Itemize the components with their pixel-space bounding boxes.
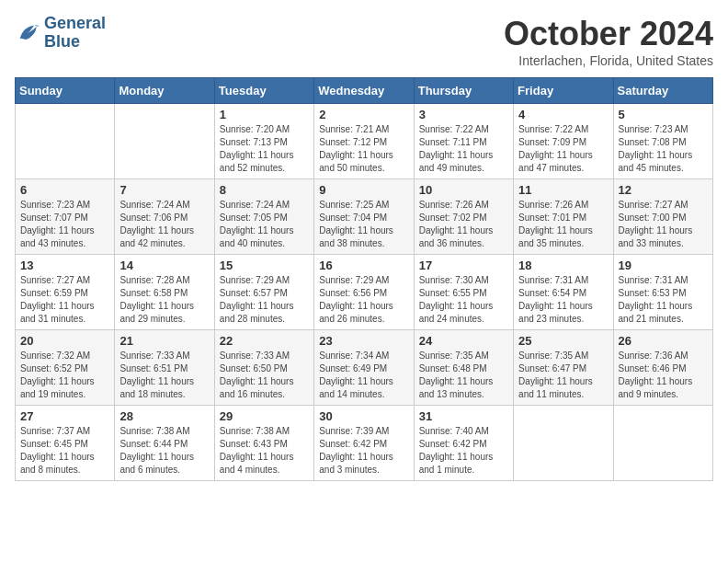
cell-info-line: Sunset: 6:48 PM [419, 362, 508, 375]
cell-info-line: Sunrise: 7:26 AM [518, 199, 608, 212]
cell-info-line: Sunset: 7:05 PM [220, 212, 309, 224]
calendar-cell: 14Sunrise: 7:28 AMSunset: 6:58 PMDayligh… [115, 255, 214, 330]
cell-info-line: Sunrise: 7:30 AM [419, 274, 508, 287]
cell-info-line: Sunrise: 7:34 AM [319, 350, 408, 362]
day-num-label: 15 [220, 259, 309, 272]
cell-info-line: Daylight: 11 hours and 6 minutes. [119, 451, 209, 477]
day-num-label: 25 [518, 334, 608, 348]
header-row: SundayMondayTuesdayWednesdayThursdayFrid… [16, 78, 713, 104]
cell-info-line: Daylight: 11 hours and 18 minutes. [119, 375, 209, 401]
logo-text: General Blue [44, 15, 106, 52]
cell-info-line: Sunset: 7:13 PM [220, 136, 309, 149]
day-num-label: 16 [319, 259, 408, 272]
day-num-label: 24 [419, 334, 508, 348]
cell-info-line: Sunset: 6:45 PM [20, 438, 109, 451]
header-cell-wednesday: Wednesday [314, 78, 414, 104]
day-num-label: 23 [319, 334, 408, 348]
cell-info-line: Sunset: 7:04 PM [319, 212, 408, 224]
calendar-cell: 26Sunrise: 7:36 AMSunset: 6:46 PMDayligh… [613, 330, 712, 406]
cell-info-line: Sunrise: 7:36 AM [619, 350, 708, 362]
calendar-cell: 11Sunrise: 7:26 AMSunset: 7:01 PMDayligh… [514, 179, 613, 255]
cell-info-line: Sunset: 7:01 PM [518, 212, 608, 224]
cell-info-line: Sunset: 6:56 PM [319, 287, 408, 300]
day-num-label: 19 [619, 259, 708, 272]
cell-info-line: Daylight: 11 hours and 49 minutes. [419, 149, 508, 175]
calendar-cell: 23Sunrise: 7:34 AMSunset: 6:49 PMDayligh… [314, 330, 414, 406]
cell-info-line: Sunset: 6:43 PM [220, 438, 309, 451]
calendar-cell: 7Sunrise: 7:24 AMSunset: 7:06 PMDaylight… [115, 179, 214, 255]
cell-info-line: Daylight: 11 hours and 33 minutes. [619, 224, 708, 250]
calendar-cell: 22Sunrise: 7:33 AMSunset: 6:50 PMDayligh… [214, 330, 313, 406]
cell-info-line: Sunset: 7:00 PM [619, 212, 708, 224]
cell-info-line: Sunrise: 7:31 AM [619, 274, 708, 287]
cell-info-line: Daylight: 11 hours and 43 minutes. [20, 224, 109, 250]
day-num-label: 21 [119, 334, 209, 348]
cell-info-line: Daylight: 11 hours and 36 minutes. [419, 224, 508, 250]
cell-info-line: Sunset: 6:55 PM [419, 287, 508, 300]
calendar-cell: 20Sunrise: 7:32 AMSunset: 6:52 PMDayligh… [16, 330, 115, 406]
calendar-cell: 12Sunrise: 7:27 AMSunset: 7:00 PMDayligh… [613, 179, 712, 255]
day-num-label: 14 [119, 259, 209, 272]
cell-info-line: Sunrise: 7:40 AM [419, 425, 508, 438]
calendar-cell [613, 406, 712, 481]
calendar-cell [16, 104, 115, 179]
calendar-cell: 4Sunrise: 7:22 AMSunset: 7:09 PMDaylight… [514, 104, 613, 179]
cell-info-line: Daylight: 11 hours and 28 minutes. [220, 300, 309, 326]
cell-info-line: Daylight: 11 hours and 14 minutes. [319, 375, 408, 401]
day-num-label: 28 [119, 409, 209, 423]
day-num-label: 2 [319, 108, 408, 121]
calendar-cell: 1Sunrise: 7:20 AMSunset: 7:13 PMDaylight… [214, 104, 313, 179]
cell-info-line: Sunrise: 7:25 AM [319, 199, 408, 212]
cell-info-line: Sunset: 6:51 PM [119, 362, 209, 375]
header-cell-friday: Friday [514, 78, 613, 104]
day-num-label: 1 [220, 108, 309, 121]
day-num-label: 9 [319, 183, 408, 197]
week-row-2: 6Sunrise: 7:23 AMSunset: 7:07 PMDaylight… [16, 179, 713, 255]
cell-info-line: Sunrise: 7:27 AM [20, 274, 109, 287]
cell-info-line: Sunrise: 7:24 AM [119, 199, 209, 212]
cell-info-line: Daylight: 11 hours and 1 minute. [419, 451, 508, 477]
cell-info-line: Sunset: 7:06 PM [119, 212, 209, 224]
cell-info-line: Sunrise: 7:24 AM [220, 199, 309, 212]
day-num-label: 7 [119, 183, 209, 197]
week-row-5: 27Sunrise: 7:37 AMSunset: 6:45 PMDayligh… [16, 406, 713, 481]
cell-info-line: Daylight: 11 hours and 47 minutes. [518, 149, 608, 175]
cell-info-line: Sunrise: 7:38 AM [119, 425, 209, 438]
cell-info-line: Sunset: 6:52 PM [20, 362, 109, 375]
cell-info-line: Sunset: 7:02 PM [419, 212, 508, 224]
calendar-cell: 29Sunrise: 7:38 AMSunset: 6:43 PMDayligh… [214, 406, 313, 481]
calendar-cell: 30Sunrise: 7:39 AMSunset: 6:42 PMDayligh… [314, 406, 414, 481]
calendar-cell: 31Sunrise: 7:40 AMSunset: 6:42 PMDayligh… [414, 406, 513, 481]
cell-info-line: Sunrise: 7:22 AM [419, 123, 508, 136]
calendar-cell: 9Sunrise: 7:25 AMSunset: 7:04 PMDaylight… [314, 179, 414, 255]
cell-info-line: Sunset: 6:53 PM [619, 287, 708, 300]
header-cell-monday: Monday [115, 78, 214, 104]
calendar-cell [115, 104, 214, 179]
cell-info-line: Daylight: 11 hours and 35 minutes. [518, 224, 608, 250]
day-num-label: 6 [20, 183, 109, 197]
calendar-cell [514, 406, 613, 481]
day-num-label: 11 [518, 183, 608, 197]
calendar-header: SundayMondayTuesdayWednesdayThursdayFrid… [16, 78, 713, 104]
cell-info-line: Sunrise: 7:39 AM [319, 425, 408, 438]
week-row-4: 20Sunrise: 7:32 AMSunset: 6:52 PMDayligh… [16, 330, 713, 406]
day-num-label: 13 [20, 259, 109, 272]
cell-info-line: Daylight: 11 hours and 23 minutes. [518, 300, 608, 326]
cell-info-line: Sunset: 6:57 PM [220, 287, 309, 300]
calendar-cell: 15Sunrise: 7:29 AMSunset: 6:57 PMDayligh… [214, 255, 313, 330]
week-row-1: 1Sunrise: 7:20 AMSunset: 7:13 PMDaylight… [16, 104, 713, 179]
cell-info-line: Sunrise: 7:23 AM [619, 123, 708, 136]
cell-info-line: Sunset: 6:44 PM [119, 438, 209, 451]
logo-bird-icon [15, 20, 40, 46]
header-cell-saturday: Saturday [613, 78, 712, 104]
day-num-label: 12 [619, 183, 708, 197]
cell-info-line: Sunset: 6:50 PM [220, 362, 309, 375]
calendar-cell: 17Sunrise: 7:30 AMSunset: 6:55 PMDayligh… [414, 255, 513, 330]
week-row-3: 13Sunrise: 7:27 AMSunset: 6:59 PMDayligh… [16, 255, 713, 330]
day-num-label: 31 [419, 409, 508, 423]
cell-info-line: Sunset: 7:08 PM [619, 136, 708, 149]
title-block: October 2024 Interlachen, Florida, Unite… [504, 15, 713, 68]
day-num-label: 18 [518, 259, 608, 272]
cell-info-line: Sunrise: 7:26 AM [419, 199, 508, 212]
cell-info-line: Sunset: 6:47 PM [518, 362, 608, 375]
